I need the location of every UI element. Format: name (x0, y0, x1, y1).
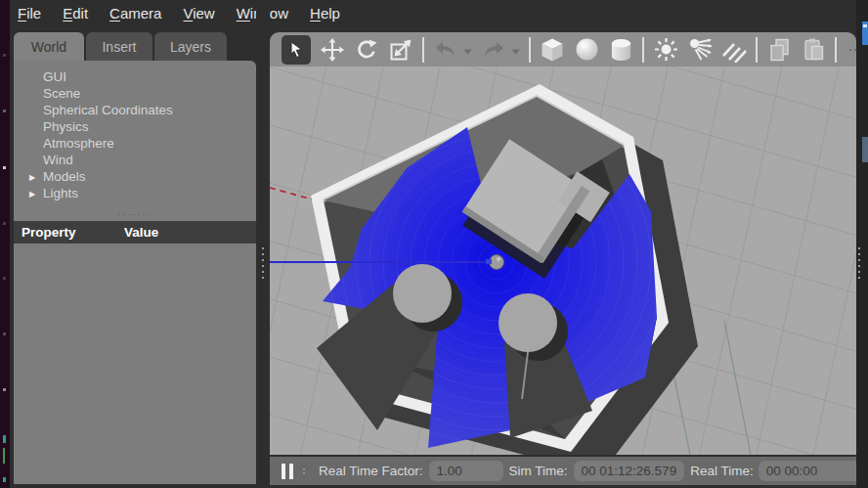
background-window-edge (0, 0, 10, 488)
paste-button[interactable] (801, 37, 826, 63)
splitter-grip-icon[interactable] (262, 247, 264, 279)
tree-item-lights[interactable]: ▶Lights (14, 185, 256, 201)
move-icon (321, 38, 344, 62)
minimap-mark (3, 222, 6, 225)
tree-item-wind[interactable]: Wind (14, 152, 256, 168)
copy-button[interactable] (766, 37, 792, 63)
rotate-tool-button[interactable] (354, 37, 379, 63)
minimap-mark (3, 448, 5, 464)
minimap-mark (3, 388, 6, 391)
menu-file[interactable]: File (18, 5, 41, 22)
minimap-mark (3, 435, 6, 443)
background-icon-fragment (862, 22, 868, 45)
directional-light-icon (721, 37, 747, 63)
statusbar-grip-icon (303, 468, 305, 474)
panel-splitter-handle[interactable]: ······· (14, 209, 256, 221)
column-value: Value (124, 221, 158, 244)
viewport-column (270, 32, 856, 455)
pause-button[interactable] (282, 464, 293, 479)
insert-point-light-button[interactable] (653, 37, 678, 63)
property-table-header: Property Value (14, 221, 256, 244)
toolbar-separator (529, 37, 531, 63)
minimap-mark (3, 277, 6, 280)
insert-cylinder-button[interactable] (608, 37, 633, 63)
world-panel: GUI Scene Spherical Coordinates Physics … (14, 61, 256, 484)
simulation-statusbar: Real Time Factor: 1.00 Sim Time: 00 01:1… (270, 457, 856, 485)
undo-history-button[interactable] (463, 41, 472, 59)
menu-edit[interactable]: Edit (63, 5, 88, 22)
real-time-factor-value[interactable]: 1.00 (429, 461, 503, 481)
tree-item-atmosphere[interactable]: Atmosphere (14, 135, 256, 152)
translate-tool-button[interactable] (320, 37, 345, 63)
toolbar-separator (422, 37, 424, 63)
insert-box-button[interactable] (540, 37, 565, 63)
cursor-icon (286, 40, 306, 60)
tree-item-scene[interactable]: Scene (14, 85, 256, 102)
toolbar-separator (835, 37, 837, 63)
toolbar-overflow-grip[interactable] (849, 49, 856, 51)
scale-tool-button[interactable] (388, 37, 413, 63)
tab-layers[interactable]: Layers (154, 32, 227, 61)
expand-arrow-icon[interactable]: ▶ (29, 186, 35, 202)
render-canvas[interactable] (270, 67, 856, 455)
panel-viewport-splitter[interactable] (256, 0, 270, 488)
sim-time-label: Sim Time: (509, 464, 568, 478)
minimap-mark (3, 54, 6, 57)
minimap-mark (3, 166, 6, 169)
menu-view[interactable]: View (183, 5, 214, 22)
cube-icon (540, 37, 565, 63)
redo-history-button[interactable] (511, 41, 520, 59)
menu-help[interactable]: Help (310, 5, 340, 22)
tree-item-spherical-coordinates[interactable]: Spherical Coordinates (14, 102, 256, 118)
render-toolbar (270, 32, 856, 67)
insert-directional-light-button[interactable] (721, 37, 747, 63)
gazebo-window: File Edit Camera View Window Help World … (10, 0, 856, 488)
real-time-label: Real Time: (690, 464, 754, 478)
menu-camera[interactable]: Camera (109, 5, 161, 22)
sidebar-tabs: World Insert Layers (14, 32, 227, 61)
cylinder-icon (609, 37, 633, 63)
minimap-mark (3, 110, 6, 112)
toolbar-separator (642, 37, 644, 63)
minimap-mark (3, 333, 6, 335)
real-time-factor-label: Real Time Factor: (319, 464, 423, 478)
world-tree: GUI Scene Spherical Coordinates Physics … (14, 61, 256, 201)
redo-button[interactable] (481, 37, 506, 63)
spot-light-icon (688, 37, 713, 62)
undo-icon (433, 39, 458, 61)
redo-icon (481, 39, 506, 61)
right-window-edge (856, 0, 868, 488)
point-light-icon (654, 37, 678, 62)
expand-arrow-icon[interactable]: ▶ (29, 169, 35, 186)
minimap-mark (3, 477, 6, 482)
caret-down-icon (511, 49, 520, 55)
select-tool-button[interactable] (282, 35, 311, 65)
insert-spot-light-button[interactable] (687, 37, 713, 63)
rotate-icon (355, 38, 378, 62)
paste-icon (802, 37, 826, 63)
caret-down-icon (463, 49, 472, 55)
right-splitter-grip-icon[interactable] (858, 247, 860, 279)
insert-sphere-button[interactable] (574, 37, 599, 63)
scale-icon (389, 38, 412, 62)
toolbar-separator (756, 37, 758, 63)
copy-icon (767, 37, 792, 63)
menubar: File Edit Camera View Window Help (10, 0, 856, 26)
column-property: Property (22, 221, 76, 244)
tree-item-physics[interactable]: Physics (14, 118, 256, 135)
tab-insert[interactable]: Insert (86, 32, 152, 61)
screen: File Edit Camera View Window Help World … (0, 0, 868, 488)
tree-item-gui[interactable]: GUI (14, 68, 256, 85)
real-time-value: 00 00:00 (759, 461, 856, 481)
background-block-fragment (862, 137, 868, 162)
robot[interactable] (485, 250, 508, 274)
sphere-icon (575, 37, 599, 62)
tab-world[interactable]: World (14, 32, 84, 61)
undo-button[interactable] (433, 37, 458, 63)
tree-item-models[interactable]: ▶Models (14, 168, 256, 185)
sim-time-value: 00 01:12:26.579 (574, 461, 685, 481)
